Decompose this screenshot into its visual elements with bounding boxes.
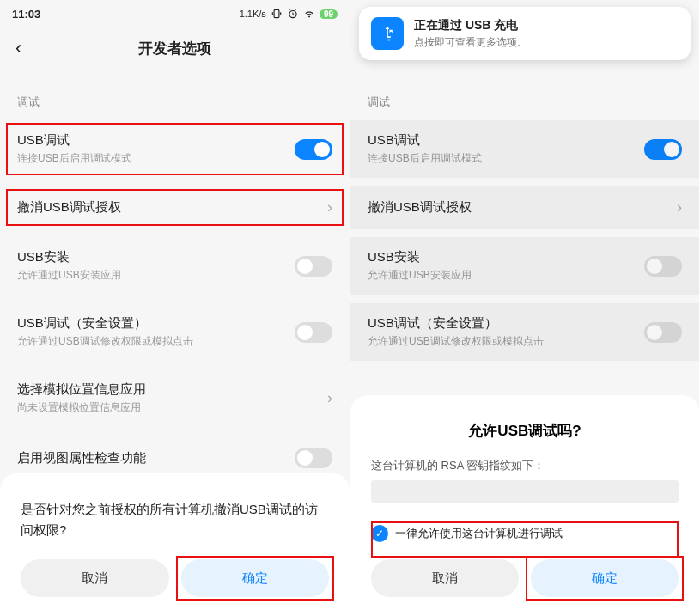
status-bar: 11:03 1.1K/s 99 — [0, 0, 350, 27]
usb-debug-toggle[interactable] — [644, 139, 682, 160]
chevron-right-icon: › — [327, 198, 332, 217]
dialog-revoke: 是否针对您之前授权的所有计算机撤消USB调试的访问权限? 取消 确定 — [0, 473, 350, 616]
vibrate-icon — [271, 8, 283, 20]
view-attr-toggle[interactable] — [295, 448, 332, 468]
svg-rect-0 — [274, 9, 279, 17]
battery-level: 99 — [320, 9, 338, 19]
chevron-right-icon: › — [677, 198, 682, 217]
usb-icon — [371, 17, 404, 50]
dialog-message: 是否针对您之前授权的所有计算机撤消USB调试的访问权限? — [21, 499, 329, 540]
confirm-button[interactable]: 确定 — [181, 559, 330, 597]
confirm-button[interactable]: 确定 — [531, 559, 679, 597]
section-label-debug: 调试 — [350, 69, 699, 120]
usb-debug-toggle[interactable] — [295, 139, 332, 160]
revoke-auth-title: 撤消USB调试授权 — [368, 199, 677, 216]
usb-debug-subtitle: 连接USB后启用调试模式 — [368, 151, 644, 166]
mock-location-title: 选择模拟位置信息应用 — [17, 381, 327, 398]
setting-usb-install[interactable]: USB安装 允许通过USB安装应用 — [0, 237, 350, 295]
setting-mock-location[interactable]: 选择模拟位置信息应用 尚未设置模拟位置信息应用 › — [0, 369, 350, 427]
title-bar: ‹ 开发者选项 — [0, 27, 350, 69]
usb-secure-toggle[interactable] — [295, 322, 332, 343]
checkmark-icon: ✓ — [371, 525, 388, 542]
cancel-button[interactable]: 取消 — [371, 559, 519, 597]
usb-install-subtitle: 允许通过USB安装应用 — [368, 268, 644, 283]
usb-secure-title: USB调试（安全设置） — [17, 315, 295, 332]
always-allow-checkbox[interactable]: ✓ 一律允许使用这台计算机进行调试 — [371, 520, 679, 559]
setting-usb-secure[interactable]: USB调试（安全设置） 允许通过USB调试修改权限或模拟点击 — [0, 303, 350, 361]
chevron-right-icon: › — [327, 389, 332, 407]
fingerprint-value — [371, 480, 679, 503]
section-label-debug: 调试 — [0, 69, 350, 120]
setting-revoke-auth[interactable]: 撤消USB调试授权 › — [0, 186, 350, 229]
usb-install-toggle[interactable] — [295, 256, 332, 277]
notification-title: 正在通过 USB 充电 — [414, 18, 527, 34]
setting-revoke-auth[interactable]: 撤消USB调试授权 › — [350, 186, 699, 229]
usb-install-title: USB安装 — [368, 249, 644, 265]
wifi-icon — [303, 8, 315, 20]
phone-right: ‹ 开发者选项 调试 USB调试 连接USB后启用调试模式 撤消USB调试授权 … — [350, 0, 699, 616]
revoke-auth-title: 撤消USB调试授权 — [17, 199, 327, 216]
usb-install-title: USB安装 — [17, 249, 295, 265]
net-speed: 1.1K/s — [240, 9, 266, 19]
usb-debug-title: USB调试 — [368, 132, 644, 149]
usb-install-subtitle: 允许通过USB安装应用 — [17, 268, 295, 283]
page-title: 开发者选项 — [138, 39, 211, 58]
dialog-allow-debug: 允许USB调试吗? 这台计算机的 RSA 密钥指纹如下： ✓ 一律允许使用这台计… — [350, 395, 699, 616]
usb-secure-subtitle: 允许通过USB调试修改权限或模拟点击 — [368, 334, 644, 349]
usb-secure-subtitle: 允许通过USB调试修改权限或模拟点击 — [17, 334, 295, 349]
status-time: 11:03 — [12, 8, 40, 21]
cancel-button[interactable]: 取消 — [21, 559, 169, 597]
dialog-title: 允许USB调试吗? — [371, 421, 679, 441]
notification-usb-charging[interactable]: 正在通过 USB 充电 点按即可查看更多选项。 — [359, 7, 691, 60]
mock-location-subtitle: 尚未设置模拟位置信息应用 — [17, 400, 327, 415]
back-icon[interactable]: ‹ — [15, 37, 21, 59]
fingerprint-label: 这台计算机的 RSA 密钥指纹如下： — [371, 458, 679, 473]
usb-debug-subtitle: 连接USB后启用调试模式 — [17, 151, 295, 166]
setting-usb-secure[interactable]: USB调试（安全设置） 允许通过USB调试修改权限或模拟点击 — [350, 303, 699, 361]
view-attr-title: 启用视图属性检查功能 — [17, 450, 295, 467]
always-allow-label: 一律允许使用这台计算机进行调试 — [395, 526, 563, 541]
notification-subtitle: 点按即可查看更多选项。 — [414, 35, 527, 50]
usb-secure-title: USB调试（安全设置） — [368, 315, 644, 332]
setting-usb-install[interactable]: USB安装 允许通过USB安装应用 — [350, 237, 699, 295]
setting-usb-debug[interactable]: USB调试 连接USB后启用调试模式 — [350, 120, 699, 178]
alarm-icon — [287, 8, 299, 20]
usb-secure-toggle[interactable] — [644, 322, 682, 343]
phone-left: 11:03 1.1K/s 99 ‹ 开发者选项 调试 USB调试 连接USB后启… — [0, 0, 350, 616]
usb-install-toggle[interactable] — [644, 256, 682, 277]
usb-debug-title: USB调试 — [17, 132, 295, 149]
setting-usb-debug[interactable]: USB调试 连接USB后启用调试模式 — [0, 120, 350, 178]
